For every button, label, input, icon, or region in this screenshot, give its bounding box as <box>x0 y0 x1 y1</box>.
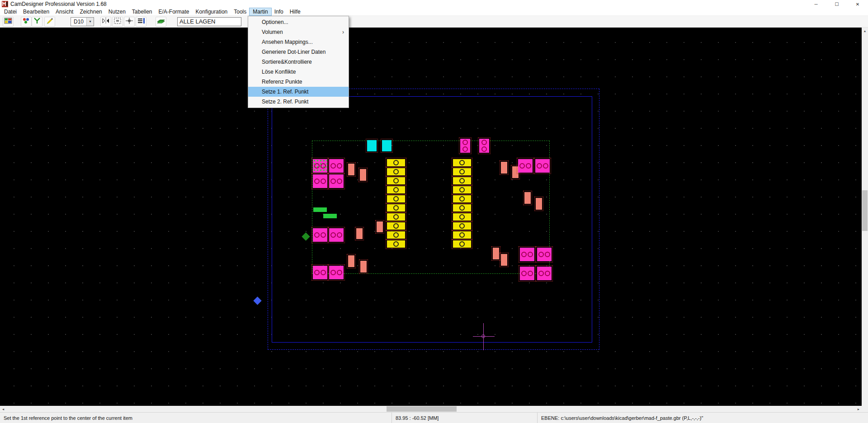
pad-greenbar <box>323 214 337 218</box>
menu-e-a-formate[interactable]: E/A-Formate <box>156 8 193 15</box>
pad-yellow <box>453 240 471 248</box>
menu-item-l-se-konflikte[interactable]: Löse Konflikte <box>248 67 349 77</box>
paste-region-dashed <box>312 141 550 274</box>
menu-hilfe[interactable]: Hilfe <box>287 8 304 15</box>
pad-magenta-v <box>460 139 470 153</box>
menu-item-setze-2-ref-punkt[interactable]: Setze 2. Ref. Punkt <box>248 97 349 107</box>
pad-salmon <box>536 198 542 210</box>
pad-magenta <box>329 159 344 173</box>
pad-yellow <box>387 222 405 230</box>
pad-salmon <box>360 169 366 181</box>
pad-yellow <box>387 240 405 248</box>
pad-salmon <box>348 164 354 175</box>
cursor-crosshair-ring <box>481 334 485 338</box>
martin-menu-dropdown: Optionen...Volumen›Ansehen Mappings...Ge… <box>248 16 349 108</box>
menubar: DateiBearbeitenAnsichtZeichnenNutzenTabe… <box>0 8 868 16</box>
edit-tool-button[interactable] <box>44 17 55 27</box>
zero-point-button[interactable] <box>124 17 135 27</box>
menu-ansicht[interactable]: Ansicht <box>52 8 76 15</box>
pad-yellow <box>387 213 405 221</box>
close-button[interactable]: ✕ <box>847 0 868 8</box>
mirror-button[interactable] <box>100 17 111 27</box>
scroll-up-icon: ▲ <box>863 29 867 33</box>
crosshair-target-icon <box>125 17 133 26</box>
pad-magenta <box>329 266 344 279</box>
menu-item-label: Optionen... <box>262 19 288 25</box>
menu-item-generiere-dot-liner-daten[interactable]: Generiere Dot-Liner Daten <box>248 47 349 57</box>
menu-datei[interactable]: Datei <box>1 8 20 15</box>
pad-magenta <box>537 267 552 280</box>
dcode-dropdown-arrow-icon[interactable]: ▾ <box>86 18 94 26</box>
dcode-colors-button[interactable] <box>21 17 32 27</box>
menu-info[interactable]: Info <box>271 8 287 15</box>
layer-lines-icon <box>137 17 145 26</box>
board-colors-icon <box>4 17 12 26</box>
mirror-icon <box>102 17 110 26</box>
pad-magenta <box>329 174 344 188</box>
pad-magenta <box>329 228 344 242</box>
menu-item-label: Referenz Punkte <box>262 79 302 85</box>
pad-yellow <box>387 177 405 184</box>
vertical-scrollbar[interactable]: ▲ ▼ <box>862 28 868 412</box>
menu-item-label: Sortiere&Kontrolliere <box>262 59 312 65</box>
status-message: Set the 1st reference point to the cente… <box>0 413 392 423</box>
menu-item-label: Volumen <box>262 29 283 35</box>
pad-mg-green <box>313 159 327 173</box>
pad-salmon <box>512 166 519 178</box>
dcode-select[interactable]: D10 ▾ <box>71 17 94 26</box>
pad-yellow <box>453 186 471 193</box>
dcode-value: D10 <box>71 19 86 25</box>
board-view-button[interactable] <box>156 17 166 27</box>
menu-zeichnen[interactable]: Zeichnen <box>76 8 105 15</box>
menu-item-ansehen-mappings[interactable]: Ansehen Mappings... <box>248 37 349 47</box>
pad-salmon <box>348 255 354 267</box>
menu-nutzen[interactable]: Nutzen <box>105 8 129 15</box>
merge-tool-button[interactable] <box>32 17 42 27</box>
export-board-button[interactable] <box>3 17 14 27</box>
menu-item-volumen[interactable]: Volumen› <box>248 27 349 37</box>
menu-item-referenz-punkte[interactable]: Referenz Punkte <box>248 77 349 87</box>
pad-magenta <box>313 174 327 188</box>
statusbar: Set the 1st reference point to the cente… <box>0 412 868 423</box>
pad-yellow <box>387 231 405 239</box>
layer-field[interactable] <box>177 17 241 26</box>
scroll-right-button[interactable]: ► <box>855 406 862 412</box>
menu-item-label: Setze 1. Ref. Punkt <box>262 89 308 95</box>
minimize-button[interactable]: ─ <box>806 0 826 8</box>
toolbar: D10 ▾ <box>0 16 868 28</box>
app-window: CamDesigner Professional Version 1.68 ─ … <box>0 0 868 423</box>
menu-item-optionen[interactable]: Optionen... <box>248 17 349 27</box>
selection-rect-button[interactable] <box>112 17 123 27</box>
pad-salmon <box>356 228 363 239</box>
scroll-right-icon: ► <box>857 408 860 411</box>
green-board-icon <box>156 17 165 26</box>
maximize-button[interactable]: ☐ <box>826 0 847 8</box>
menu-tabellen[interactable]: Tabellen <box>129 8 156 15</box>
layer-list-button[interactable] <box>136 17 146 27</box>
menu-tools[interactable]: Tools <box>231 8 250 15</box>
menu-konfiguration[interactable]: Konfiguration <box>193 8 231 15</box>
pad-yellow <box>453 204 471 212</box>
pad-salmon <box>501 254 507 266</box>
pad-yellow <box>387 195 405 202</box>
menu-bearbeiten[interactable]: Bearbeiten <box>20 8 52 15</box>
vertical-scroll-thumb[interactable] <box>862 190 868 231</box>
menu-item-label: Ansehen Mappings... <box>262 39 313 45</box>
pad-yellow <box>453 168 471 175</box>
scroll-up-button[interactable]: ▲ <box>862 28 868 34</box>
close-icon: ✕ <box>856 2 859 7</box>
submenu-arrow-icon: › <box>342 27 344 37</box>
menu-martin[interactable]: Martin <box>250 8 271 15</box>
menu-item-sortiere-kontrolliere[interactable]: Sortiere&Kontrolliere <box>248 57 349 67</box>
minimize-icon: ─ <box>814 2 817 7</box>
titlebar: CamDesigner Professional Version 1.68 ─ … <box>0 0 868 8</box>
pad-cyan <box>382 140 392 151</box>
menu-item-setze-1-ref-punkt[interactable]: Setze 1. Ref. Punkt <box>248 87 349 97</box>
pad-yellow <box>453 177 471 184</box>
horizontal-scrollbar[interactable]: ◄ ► <box>0 406 862 412</box>
horizontal-scroll-thumb[interactable] <box>387 406 457 412</box>
scroll-left-button[interactable]: ◄ <box>0 406 6 412</box>
pad-magenta <box>313 228 327 242</box>
active-layer-info: EBENE: c:\users\user\downloads\kicad\ger… <box>537 413 868 423</box>
pcb-canvas[interactable] <box>0 28 862 406</box>
